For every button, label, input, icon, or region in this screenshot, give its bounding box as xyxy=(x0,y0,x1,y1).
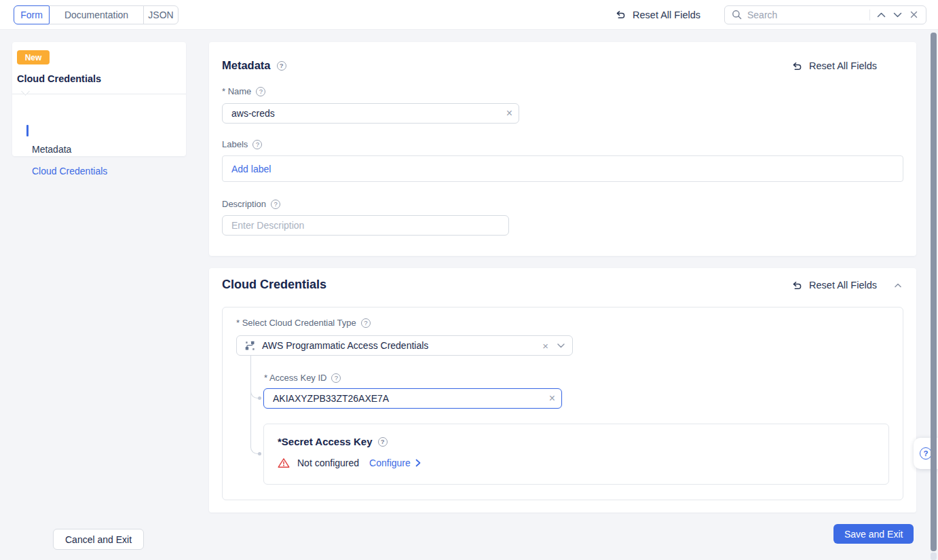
credential-type-value: AWS Programmatic Access Credentials xyxy=(262,340,428,351)
metadata-section-header: Metadata xyxy=(222,59,286,72)
tab-form[interactable]: Form xyxy=(14,5,50,24)
tree-connector-dot xyxy=(258,396,261,400)
select-controls xyxy=(542,341,565,351)
add-label-link[interactable]: Add label xyxy=(231,164,271,174)
sidebar-title: Cloud Credentials xyxy=(17,73,101,84)
cloud-credentials-title: Cloud Credentials xyxy=(222,278,326,292)
chevron-down-icon[interactable] xyxy=(557,343,565,348)
secret-status-row: Not configured Configure xyxy=(278,458,875,468)
new-badge: New xyxy=(17,50,50,64)
creds-reset-button[interactable]: Reset All Fields xyxy=(791,280,877,291)
cloud-credentials-header: Cloud Credentials xyxy=(222,278,326,292)
reset-all-fields-button[interactable]: Reset All Fields xyxy=(615,10,700,20)
labels-label: Labels xyxy=(222,139,262,149)
chevron-right-icon xyxy=(415,459,421,467)
secret-status-text: Not configured xyxy=(297,458,359,468)
name-field-wrap xyxy=(222,103,519,124)
creds-reset-label: Reset All Fields xyxy=(809,280,877,291)
view-tabs: Form Documentation JSON xyxy=(14,5,179,24)
cancel-and-exit-button[interactable]: Cancel and Exit xyxy=(53,529,144,550)
tree-connector-dot xyxy=(258,452,261,455)
tab-documentation[interactable]: Documentation xyxy=(49,5,144,24)
clear-selection-icon[interactable] xyxy=(542,341,548,351)
configure-link[interactable]: Configure xyxy=(369,458,421,468)
clear-icon[interactable] xyxy=(506,108,512,119)
undo-icon xyxy=(615,10,626,20)
search-divider xyxy=(869,10,870,20)
secret-access-key-card: *Secret Access Key Not configured Config… xyxy=(263,424,889,485)
search-input[interactable] xyxy=(747,10,864,20)
credential-type-label: * Select Cloud Credential Type xyxy=(236,318,371,328)
search-prev-button[interactable] xyxy=(876,10,886,20)
reset-all-fields-label: Reset All Fields xyxy=(633,10,700,20)
cloud-credentials-section: Cloud Credentials Reset All Fields * Sel… xyxy=(209,268,916,512)
sidebar-card: New Cloud Credentials Metadata Cloud Cre… xyxy=(12,42,186,156)
metadata-reset-button[interactable]: Reset All Fields xyxy=(791,60,877,71)
search-next-button[interactable] xyxy=(892,10,903,20)
help-icon[interactable] xyxy=(277,61,286,71)
clear-icon[interactable] xyxy=(549,393,555,404)
credential-type-select[interactable]: AWS Programmatic Access Credentials xyxy=(236,335,573,356)
sidebar-item-metadata[interactable]: Metadata xyxy=(32,144,71,155)
sidebar-item-cloud-credentials[interactable]: Cloud Credentials xyxy=(32,166,107,176)
access-key-input[interactable] xyxy=(263,388,562,409)
warning-icon xyxy=(278,458,290,468)
search-icon xyxy=(732,10,742,20)
description-label: Description xyxy=(222,199,280,209)
help-icon[interactable] xyxy=(252,140,262,149)
scrollbar-thumb[interactable] xyxy=(931,33,937,551)
tab-json[interactable]: JSON xyxy=(143,5,179,24)
help-icon[interactable] xyxy=(361,318,371,328)
description-input[interactable] xyxy=(222,215,509,236)
sidebar-divider xyxy=(12,94,186,94)
scrollbar-track xyxy=(931,553,937,560)
access-key-label: * Access Key ID xyxy=(264,373,341,383)
topbar: Form Documentation JSON Reset All Fields xyxy=(0,0,938,30)
save-and-exit-button[interactable]: Save and Exit xyxy=(833,524,914,544)
credential-type-icon xyxy=(244,340,256,352)
credential-form-box: * Select Cloud Credential Type AWS Progr… xyxy=(222,307,903,500)
labels-box: Add label xyxy=(222,155,903,182)
name-label: * Name xyxy=(222,86,265,96)
tree-connector xyxy=(250,356,259,454)
undo-icon xyxy=(791,61,803,71)
search-close-button[interactable] xyxy=(908,10,919,20)
creds-header-actions: Reset All Fields xyxy=(791,280,901,291)
active-item-indicator xyxy=(26,125,29,136)
search-box xyxy=(724,5,926,24)
topbar-right: Reset All Fields xyxy=(615,5,926,24)
metadata-section: Metadata Reset All Fields * Name Labels … xyxy=(209,42,916,256)
help-icon[interactable] xyxy=(331,373,341,383)
secret-access-key-title: *Secret Access Key xyxy=(278,436,875,447)
help-icon[interactable] xyxy=(256,87,265,96)
help-icon[interactable] xyxy=(378,437,388,447)
name-input[interactable] xyxy=(222,103,519,124)
description-field-wrap xyxy=(222,215,509,236)
metadata-title: Metadata xyxy=(222,59,271,72)
access-key-field-wrap xyxy=(263,388,562,409)
collapse-section-button[interactable] xyxy=(895,283,901,288)
metadata-reset-label: Reset All Fields xyxy=(809,60,877,71)
help-icon[interactable] xyxy=(271,200,280,209)
undo-icon xyxy=(791,280,803,291)
